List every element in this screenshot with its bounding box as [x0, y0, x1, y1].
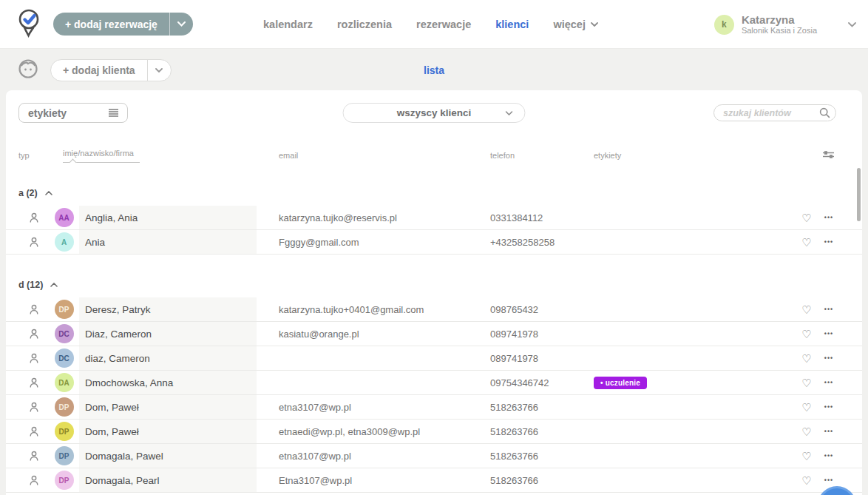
client-phone: 098765432	[484, 297, 588, 321]
person-icon	[29, 475, 39, 486]
client-filter-select[interactable]: wszyscy klienci	[343, 103, 526, 123]
client-phone: 089741978	[484, 346, 588, 370]
table-header: typ imię/nazwisko/firma email telefon et…	[6, 147, 862, 164]
nav-wiecej[interactable]: więcej	[553, 18, 598, 30]
client-email: kasiatu@orange.pl	[257, 322, 484, 346]
nav-rozliczenia[interactable]: rozliczenia	[337, 18, 392, 30]
client-email	[257, 346, 484, 370]
add-client-button[interactable]: + dodaj klienta	[50, 59, 172, 81]
col-header-phone: telefon	[484, 151, 588, 160]
group-header[interactable]: d (12)	[6, 255, 862, 297]
search-icon[interactable]	[819, 107, 830, 118]
table-row[interactable]: DA Dmochowska, Anna 09754346742 • uczule…	[6, 371, 862, 395]
col-header-name[interactable]: imię/nazwisko/firma	[63, 149, 140, 163]
client-name: Dom, Paweł	[85, 402, 139, 413]
client-tags	[588, 297, 796, 321]
client-email: etna3107@wp.pl	[257, 444, 484, 468]
table-row[interactable]: DC diaz, Cameron 089741978 ♡ •••	[6, 346, 862, 371]
table-row[interactable]: DP Dom, Paweł etnaedi@wp.pl, etna3009@wp…	[6, 420, 862, 444]
client-email	[257, 371, 484, 394]
client-name-cell: Dmochowska, Anna	[79, 371, 257, 394]
add-reservation-dropdown[interactable]	[169, 13, 193, 36]
client-face-icon	[18, 58, 38, 82]
table-row[interactable]: DP Deresz, Patryk katarzyna.tujko+0401@g…	[6, 297, 862, 322]
row-menu-icon[interactable]: •••	[824, 477, 833, 484]
favorite-icon[interactable]: ♡	[801, 426, 811, 437]
avatar: DP	[55, 422, 74, 441]
client-tags	[588, 322, 796, 346]
client-phone: 518263766	[484, 395, 588, 419]
tab-lista[interactable]: lista	[424, 64, 444, 76]
client-group: d (12) DP Deresz, Patryk katarzyna.tujko…	[6, 255, 862, 493]
avatar: A	[55, 232, 74, 252]
add-client-label: + dodaj klienta	[51, 60, 147, 81]
avatar: DP	[55, 471, 74, 490]
reservis-logo-icon[interactable]	[16, 8, 41, 41]
chevron-down-icon	[591, 22, 598, 27]
person-icon	[29, 377, 39, 388]
client-tag-badge[interactable]: • uczulenie	[594, 377, 647, 389]
client-phone: +43258258258	[484, 230, 588, 254]
groups: a (2) AA Anglia, Ania katarzyna.tujko@re…	[6, 164, 862, 493]
scrollbar-thumb[interactable]	[857, 168, 861, 221]
main-nav: kalendarz rozliczenia rezerwacje klienci…	[263, 0, 598, 49]
col-header-labels: etykiety	[588, 151, 796, 160]
group-header[interactable]: a (2)	[6, 164, 862, 206]
favorite-icon[interactable]: ♡	[801, 353, 811, 364]
user-menu[interactable]: k Katarzyna Salonik Kasia i Zosia	[714, 0, 856, 49]
client-name: diaz, Cameron	[85, 353, 150, 364]
favorite-icon[interactable]: ♡	[801, 237, 811, 248]
avatar: DC	[55, 348, 74, 368]
column-settings-icon[interactable]	[823, 149, 834, 162]
top-bar: + dodaj rezerwację kalendarz rozliczenia…	[0, 0, 868, 49]
table-row[interactable]: DP Domagala, Pearl Etna3107@wp.pl 518263…	[6, 468, 862, 493]
avatar: DP	[55, 300, 74, 319]
row-menu-icon[interactable]: •••	[824, 452, 833, 459]
row-menu-icon[interactable]: •••	[824, 330, 833, 337]
client-email: katarzyna.tujko@reservis.pl	[257, 206, 484, 229]
add-client-dropdown[interactable]	[147, 60, 171, 81]
row-menu-icon[interactable]: •••	[824, 354, 833, 362]
chevron-up-icon[interactable]	[50, 283, 58, 287]
favorite-icon[interactable]: ♡	[801, 304, 811, 315]
client-name-cell: Domagala, Pearl	[79, 468, 257, 492]
row-menu-icon[interactable]: •••	[824, 306, 833, 313]
row-menu-icon[interactable]: •••	[824, 403, 833, 411]
row-menu-icon[interactable]: •••	[824, 428, 833, 435]
client-tags	[588, 206, 796, 229]
client-email: etnaedi@wp.pl, etna3009@wp.pl	[257, 420, 484, 443]
favorite-icon[interactable]: ♡	[801, 402, 811, 413]
table-row[interactable]: DC Diaz, Cameron kasiatu@orange.pl 08974…	[6, 322, 862, 346]
nav-klienci[interactable]: klienci	[495, 18, 529, 30]
favorite-icon[interactable]: ♡	[801, 475, 811, 486]
client-name-cell: Deresz, Patryk	[79, 297, 257, 321]
group-label: d (12)	[18, 280, 43, 290]
person-icon	[29, 304, 39, 315]
chevron-up-icon[interactable]	[45, 191, 52, 195]
table-row[interactable]: AA Anglia, Ania katarzyna.tujko@reservis…	[6, 206, 862, 230]
client-phone: 09754346742	[484, 371, 588, 394]
client-tags	[588, 468, 796, 492]
favorite-icon[interactable]: ♡	[801, 377, 811, 388]
list-icon	[109, 109, 118, 117]
search-input[interactable]	[713, 104, 836, 121]
labels-filter-button[interactable]: etykiety	[18, 103, 128, 123]
client-name: Domagala, Pearl	[85, 475, 160, 486]
table-row[interactable]: A Ania Fgggy@gmail.com +43258258258 ♡ ••…	[6, 230, 862, 255]
user-subtitle: Salonik Kasia i Zosia	[742, 26, 817, 36]
avatar: DP	[55, 397, 74, 417]
row-menu-icon[interactable]: •••	[824, 238, 833, 246]
row-menu-icon[interactable]: •••	[824, 379, 833, 386]
add-reservation-button[interactable]: + dodaj rezerwację	[53, 13, 193, 36]
favorite-icon[interactable]: ♡	[801, 329, 811, 340]
person-icon	[29, 212, 39, 223]
client-name: Ania	[85, 237, 105, 248]
row-menu-icon[interactable]: •••	[824, 214, 833, 221]
nav-rezerwacje[interactable]: rezerwacje	[416, 18, 471, 30]
nav-kalendarz[interactable]: kalendarz	[263, 18, 313, 30]
person-icon	[29, 237, 39, 248]
table-row[interactable]: DP Domagala, Pawel etna3107@wp.pl 518263…	[6, 444, 862, 468]
favorite-icon[interactable]: ♡	[801, 451, 811, 462]
favorite-icon[interactable]: ♡	[801, 212, 811, 223]
table-row[interactable]: DP Dom, Paweł etna3107@wp.pl 518263766 ♡…	[6, 395, 862, 420]
